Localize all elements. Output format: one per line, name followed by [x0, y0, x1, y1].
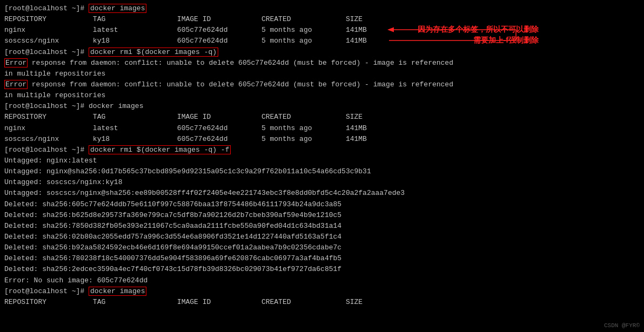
watermark: CSDN @FYR©: [604, 322, 640, 329]
terminal: [root@localhost ~]# docker imagesREPOSIT…: [0, 0, 644, 332]
terminal-line-5: Error response from daemon: conflict: un…: [4, 58, 640, 69]
annotation-line2: 需要加上-f强制删除: [473, 36, 539, 45]
terminal-line-8: in multiple repositories: [4, 90, 640, 101]
terminal-line-4: [root@localhost ~]# docker rmi $(docker …: [4, 47, 640, 58]
terminal-line-19: Deleted: sha256:b625d8e29573fa369e799ca7…: [4, 210, 640, 221]
terminal-line-20: Deleted: sha256:7850d382fb05e393e211067c…: [4, 221, 640, 232]
terminal-line-18: Deleted: sha256:605c77e624ddb75e6110f997…: [4, 199, 640, 210]
terminal-line-1: REPOSITORY TAG IMAGE ID CREATED SIZE: [4, 14, 640, 25]
error-word-5: Error: [4, 58, 28, 67]
terminal-line-6: in multiple repositories: [4, 69, 640, 79]
terminal-line-3: soscscs/nginx ky18 605c77e624dd 5 months…: [4, 36, 640, 46]
terminal-line-13: [root@localhost ~]# docker rmi $(docker …: [4, 145, 640, 155]
command-box-0: docker images: [89, 4, 146, 13]
terminal-line-10: REPOSITORY TAG IMAGE ID CREATED SIZE: [4, 112, 640, 123]
terminal-line-16: Untagged: soscscs/nginx:ky18: [4, 177, 640, 188]
terminal-line-11: nginx latest 605c77e624dd 5 months ago 1…: [4, 123, 640, 134]
terminal-line-12: soscscs/nginx ky18 605c77e624dd 5 months…: [4, 134, 640, 145]
command-box-13: docker rmi $(docker images -q) -f: [89, 145, 231, 154]
terminal-line-0: [root@localhost ~]# docker images: [4, 3, 640, 14]
terminal-line-22: Deleted: sha256:b92aa5824592ecb46e6d169f…: [4, 242, 640, 253]
terminal-line-23: Deleted: sha256:780238f18c540007376dd5e9…: [4, 253, 640, 264]
terminal-line-7: Error response from daemon: conflict: un…: [4, 79, 640, 90]
command-box-4: docker rmi $(docker images -q): [89, 48, 218, 57]
terminal-line-14: Untagged: nginx:latest: [4, 155, 640, 166]
terminal-line-21: Deleted: sha256:02b80ac2055edd757a996c3d…: [4, 232, 640, 242]
terminal-line-17: Untagged: soscscs/nginx@sha256:ee89b0052…: [4, 188, 640, 199]
annotation-line1: 因为存在多个标签，所以不可以删除: [418, 25, 539, 35]
error-word-7: Error: [4, 80, 28, 89]
terminal-line-24: Deleted: sha256:2edcec3590a4ec7f40cf0743…: [4, 264, 640, 275]
terminal-line-27: REPOSITORY TAG IMAGE ID CREATED SIZE: [4, 297, 640, 308]
terminal-line-2: nginx latest 605c77e624dd 5 months ago 1…: [4, 25, 640, 36]
command-box-26: docker images: [89, 287, 146, 296]
terminal-line-26: [root@localhost ~]# docker images: [4, 286, 640, 297]
terminal-line-15: Untagged: nginx@sha256:0d17b565c37bcbd89…: [4, 166, 640, 177]
terminal-line-25: Error: No such image: 605c77e624dd: [4, 275, 640, 286]
terminal-line-9: [root@localhost ~]# docker images: [4, 101, 640, 112]
